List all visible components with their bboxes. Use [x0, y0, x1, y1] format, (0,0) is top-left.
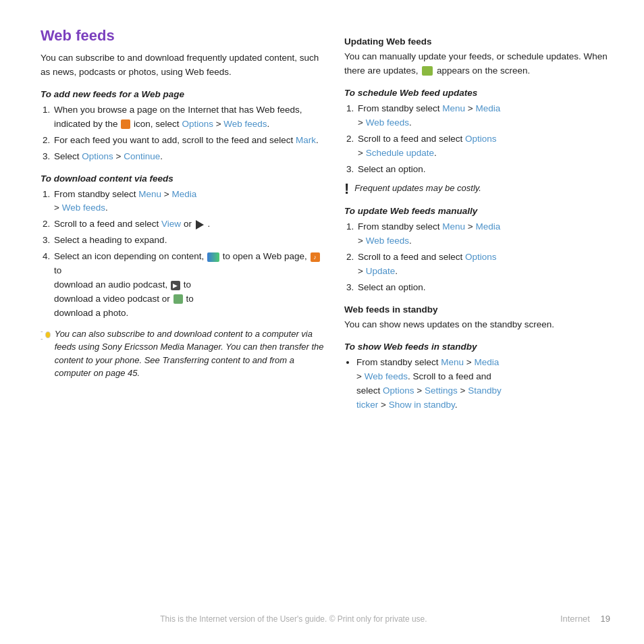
exclamation-icon: !: [344, 182, 349, 196]
settings-link[interactable]: Settings: [425, 385, 458, 396]
manual-update-heading: To update Web feeds manually: [344, 206, 610, 216]
tip-icon: - -: [41, 327, 51, 342]
footer-page-number: 19: [601, 614, 610, 624]
step-1-2: For each feed you want to add, scroll to…: [53, 134, 324, 148]
schedule-steps: From standby select Menu > Media> Web fe…: [356, 102, 610, 177]
photo-icon: [173, 294, 183, 304]
footer-section-label: Internet: [560, 614, 590, 624]
menu-link1[interactable]: Menu: [138, 189, 161, 199]
left-column: Web feeds You can subscribe to and downl…: [41, 27, 324, 605]
standby-heading: Web feeds in standby: [344, 304, 610, 315]
play-icon: [196, 220, 204, 230]
sched-step-1: From standby select Menu > Media> Web fe…: [356, 102, 610, 130]
menu-link2[interactable]: Menu: [442, 103, 465, 113]
options-link3[interactable]: Options: [465, 134, 497, 144]
update-link[interactable]: Update: [366, 266, 396, 276]
menu-link3[interactable]: Menu: [442, 221, 465, 232]
web-feeds-link3[interactable]: Web feeds: [366, 117, 409, 128]
footer-left: This is the Internet version of the User…: [41, 612, 547, 624]
view-link[interactable]: View: [161, 219, 181, 229]
page-title: Web feeds: [41, 27, 324, 45]
footer: This is the Internet version of the User…: [41, 605, 610, 624]
right-column: Updating Web feeds You can manually upda…: [344, 27, 610, 605]
updating-para: You can manually update your feeds, or s…: [344, 50, 610, 78]
updating-heading: Updating Web feeds: [344, 36, 610, 47]
menu-link4[interactable]: Menu: [441, 357, 464, 367]
manual-step-3: Select an option.: [356, 281, 610, 295]
manual-steps: From standby select Menu > Media> Web fe…: [356, 220, 610, 295]
intro-text: You can subscribe to and download freque…: [41, 51, 324, 80]
schedule-update-link[interactable]: Schedule update: [366, 148, 434, 158]
mark-link[interactable]: Mark: [296, 135, 316, 145]
media-link4[interactable]: Media: [474, 357, 499, 367]
manual-step-1: From standby select Menu > Media> Web fe…: [356, 220, 610, 248]
continue-link[interactable]: Continue: [124, 151, 160, 161]
show-standby-heading: To show Web feeds in standby: [344, 342, 610, 352]
warning-text: Frequent updates may be costly.: [354, 182, 481, 195]
web-feeds-link5[interactable]: Web feeds: [365, 371, 408, 381]
media-link3[interactable]: Media: [475, 221, 500, 232]
step-2-2: Scroll to a feed and select View or .: [53, 217, 324, 232]
sched-step-3: Select an option.: [356, 163, 610, 177]
tip-block: - - You can also subscribe to and downlo…: [41, 327, 324, 380]
update-icon: [422, 66, 433, 76]
web-feeds-link2[interactable]: Web feeds: [62, 203, 105, 213]
section2-steps: From standby select Menu > Media> Web fe…: [53, 188, 324, 321]
web-feeds-link1[interactable]: Web feeds: [223, 119, 267, 129]
tip-text: You can also subscribe to and download c…: [55, 327, 324, 380]
options-link4[interactable]: Options: [465, 252, 497, 262]
web-feeds-link4[interactable]: Web feeds: [366, 236, 409, 246]
manual-step-2: Scroll to a feed and select Options> Upd…: [356, 250, 610, 279]
footer-right: Internet 19: [547, 613, 610, 624]
footer-disclaimer: This is the Internet version of the User…: [41, 614, 547, 624]
options-link1[interactable]: Options: [182, 119, 213, 129]
step-2-4: Select an icon depending on content, to …: [53, 250, 324, 321]
schedule-heading: To schedule Web feed updates: [344, 88, 610, 98]
warning-block: ! Frequent updates may be costly.: [344, 182, 610, 196]
web-page-icon: [207, 252, 219, 262]
show-in-standby-link[interactable]: Show in standby: [389, 400, 455, 410]
audio-icon: ♪: [311, 252, 320, 262]
media-link2[interactable]: Media: [475, 103, 500, 113]
step-2-1: From standby select Menu > Media> Web fe…: [53, 188, 324, 216]
step-2-3: Select a heading to expand.: [53, 234, 324, 248]
media-link1[interactable]: Media: [171, 189, 196, 199]
options-link2[interactable]: Options: [82, 151, 113, 161]
rss-icon: [121, 119, 130, 129]
options-link5[interactable]: Options: [383, 385, 414, 396]
tip-dot: [45, 331, 51, 338]
section2-heading: To download content via feeds: [41, 173, 324, 184]
section1-heading: To add new feeds for a Web page: [41, 89, 324, 99]
video-icon: ▶: [171, 281, 180, 290]
step-1-3: Select Options > Continue.: [53, 150, 324, 164]
standby-para: You can show news updates on the standby…: [344, 318, 610, 332]
show-standby-list: From standby select Menu > Media> Web fe…: [356, 356, 610, 412]
step-1-1: When you browse a page on the Internet t…: [53, 103, 324, 132]
sched-step-2: Scroll to a feed and select Options> Sch…: [356, 132, 610, 161]
section1-steps: When you browse a page on the Internet t…: [53, 103, 324, 164]
show-standby-item: From standby select Menu > Media> Web fe…: [356, 356, 610, 412]
